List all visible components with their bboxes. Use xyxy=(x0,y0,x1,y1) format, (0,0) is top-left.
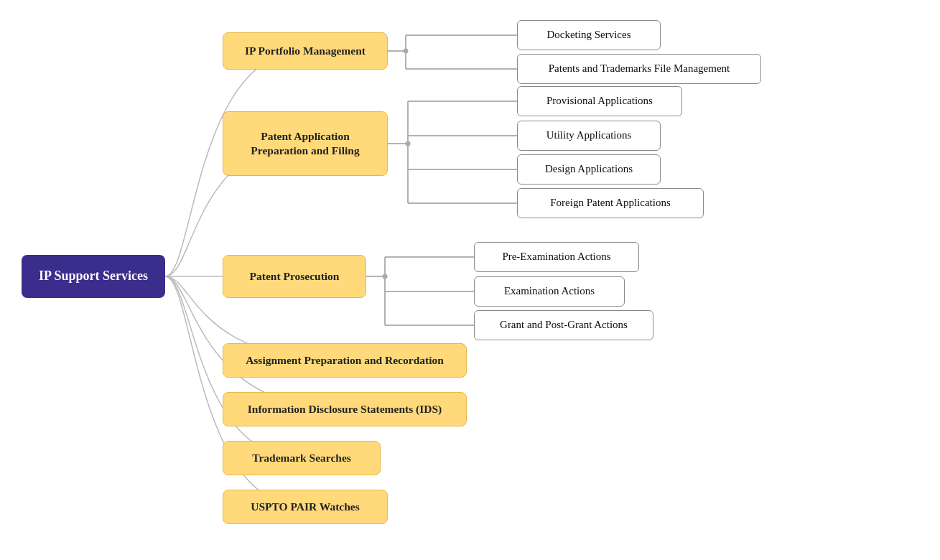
utility-node: Utility Applications xyxy=(517,121,661,151)
svg-point-15 xyxy=(404,49,409,54)
ids-node: Information Disclosure Statements (IDS) xyxy=(223,392,467,426)
design-node: Design Applications xyxy=(517,154,661,185)
patent-pros-node: Patent Prosecution xyxy=(223,255,366,298)
uspto-node: USPTO PAIR Watches xyxy=(223,490,388,524)
ip-portfolio-node: IP Portfolio Management xyxy=(223,32,388,70)
pre-exam-node: Pre-Examination Actions xyxy=(474,242,639,272)
patent-app-node: Patent Application Preparation and Filin… xyxy=(223,111,388,176)
svg-point-16 xyxy=(406,141,411,146)
patents-trademarks-node: Patents and Trademarks File Management xyxy=(517,54,761,84)
root-node: IP Support Services xyxy=(22,255,165,298)
grant-node: Grant and Post-Grant Actions xyxy=(474,310,653,340)
trademark-node: Trademark Searches xyxy=(223,441,381,475)
provisional-node: Provisional Applications xyxy=(517,86,682,116)
foreign-patent-node: Foreign Patent Applications xyxy=(517,188,704,218)
docketing-node: Docketing Services xyxy=(517,20,661,50)
assignment-node: Assignment Preparation and Recordation xyxy=(223,343,467,378)
exam-node: Examination Actions xyxy=(474,276,625,307)
svg-point-17 xyxy=(383,274,388,279)
mindmap-diagram: IP Support Services IP Portfolio Managem… xyxy=(0,0,940,560)
